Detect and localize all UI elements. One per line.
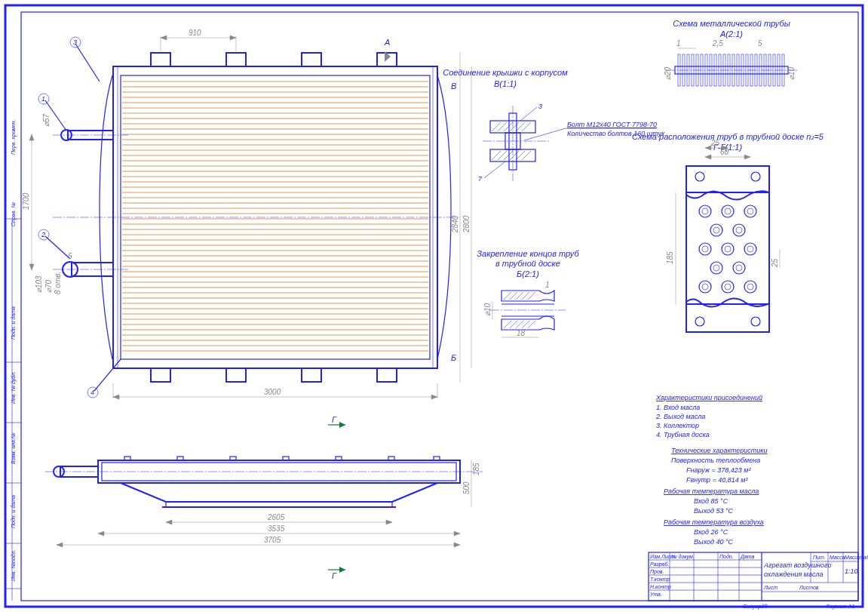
svg-line-170 bbox=[510, 122, 519, 131]
svg-text:Пров.: Пров. bbox=[650, 569, 664, 575]
svg-point-274 bbox=[747, 246, 753, 252]
svg-text:8 отв.: 8 отв. bbox=[54, 272, 62, 294]
svg-text:1:10: 1:10 bbox=[845, 567, 858, 575]
svg-rect-78 bbox=[377, 368, 397, 382]
svg-text:Поверхность теплообмена: Поверхность теплообмена bbox=[671, 457, 760, 464]
svg-line-198 bbox=[528, 292, 535, 300]
svg-line-175 bbox=[504, 151, 513, 160]
svg-text:Масса: Масса bbox=[830, 555, 845, 560]
svg-line-187 bbox=[524, 128, 566, 140]
svg-text:5: 5 bbox=[68, 252, 72, 260]
svg-text:3705: 3705 bbox=[264, 536, 281, 544]
svg-line-95 bbox=[94, 359, 121, 391]
svg-line-173 bbox=[492, 151, 501, 160]
svg-text:Рабочая температура воздуха: Рабочая температура воздуха bbox=[664, 518, 764, 526]
svg-text:185: 185 bbox=[666, 251, 674, 264]
svg-text:3535: 3535 bbox=[268, 524, 285, 533]
svg-text:Б: Б bbox=[451, 353, 456, 362]
svg-text:⌀10: ⌀10 bbox=[787, 66, 796, 80]
svg-point-255 bbox=[722, 205, 734, 217]
svg-text:Н.контр: Н.контр bbox=[650, 584, 671, 590]
svg-line-203 bbox=[528, 321, 535, 328]
svg-rect-76 bbox=[226, 368, 246, 382]
svg-text:Подп. и дата: Подп. и дата bbox=[11, 306, 16, 340]
svg-text:910: 910 bbox=[189, 29, 201, 37]
svg-rect-71 bbox=[151, 53, 170, 66]
svg-line-167 bbox=[492, 122, 501, 131]
svg-text:⌀20: ⌀20 bbox=[664, 66, 672, 80]
svg-marker-112 bbox=[431, 395, 437, 399]
svg-point-256 bbox=[744, 205, 756, 217]
detail-fin-tube: Схема металлической трубы А(2:1) bbox=[664, 19, 797, 86]
svg-line-178 bbox=[522, 151, 531, 160]
svg-text:Утв.: Утв. bbox=[649, 592, 662, 597]
svg-marker-111 bbox=[113, 395, 119, 399]
svg-marker-147 bbox=[454, 531, 460, 536]
svg-text:25: 25 bbox=[710, 139, 720, 147]
svg-text:Вход 85 °С: Вход 85 °С bbox=[694, 497, 728, 505]
svg-text:2: 2 bbox=[41, 231, 45, 238]
svg-point-270 bbox=[713, 227, 719, 233]
svg-line-185 bbox=[484, 161, 505, 178]
svg-marker-282 bbox=[744, 155, 750, 159]
svg-point-267 bbox=[702, 208, 708, 214]
svg-text:Разраб.: Разраб. bbox=[650, 561, 669, 567]
main-view: 3 1 2 4 А В Б 910 3000 1700 2840 2800 ⌀5… bbox=[22, 29, 471, 399]
svg-point-261 bbox=[744, 243, 756, 255]
svg-point-251 bbox=[751, 172, 760, 181]
svg-text:Схема расположения труб в труб: Схема расположения труб в трубной доске … bbox=[632, 132, 824, 141]
svg-text:Выход 40 °С: Выход 40 °С bbox=[694, 538, 734, 546]
notes-block: Характеристики присоединений 1. Вход мас… bbox=[655, 394, 768, 546]
svg-text:2,5: 2,5 bbox=[712, 39, 723, 48]
svg-text:Лист: Лист bbox=[763, 585, 778, 590]
svg-point-271 bbox=[736, 227, 742, 233]
drawing-canvas: Инв. №подл. Подп. и датаВзам. инв.№ Инв.… bbox=[0, 0, 868, 612]
svg-point-279 bbox=[747, 284, 753, 290]
svg-text:Fнаруж = 378,423 м²: Fнаруж = 378,423 м² bbox=[686, 466, 751, 474]
svg-text:В(1:1): В(1:1) bbox=[494, 79, 517, 88]
svg-text:1: 1 bbox=[41, 95, 45, 103]
svg-point-250 bbox=[695, 172, 704, 181]
format-label: Формат А1 bbox=[826, 604, 854, 610]
svg-text:1: 1 bbox=[545, 281, 550, 289]
svg-line-92 bbox=[45, 236, 70, 259]
svg-text:Листов: Листов bbox=[799, 585, 819, 590]
svg-text:Выход 53 °С: Выход 53 °С bbox=[694, 507, 734, 515]
svg-text:5: 5 bbox=[758, 39, 762, 48]
svg-text:А: А bbox=[384, 38, 390, 47]
svg-line-171 bbox=[516, 122, 525, 131]
svg-text:Схема металлической трубы: Схема металлической трубы bbox=[673, 19, 790, 28]
svg-text:Дата: Дата bbox=[740, 554, 755, 560]
svg-point-254 bbox=[699, 205, 711, 217]
svg-point-259 bbox=[699, 243, 711, 255]
svg-point-258 bbox=[733, 224, 745, 236]
svg-line-86 bbox=[75, 44, 100, 81]
svg-text:№ докум.: № докум. bbox=[671, 554, 695, 560]
svg-line-183 bbox=[520, 107, 537, 121]
svg-text:Характеристики присоединений: Характеристики присоединений bbox=[655, 394, 762, 401]
side-text1: Инв. №подл. bbox=[11, 549, 16, 581]
svg-text:Т.контр: Т.контр bbox=[650, 577, 670, 583]
svg-text:500: 500 bbox=[462, 481, 471, 494]
svg-line-200 bbox=[510, 321, 517, 328]
svg-text:2840: 2840 bbox=[451, 215, 459, 233]
svg-marker-162 bbox=[339, 567, 345, 573]
svg-text:Инв. № дубл.: Инв. № дубл. bbox=[11, 371, 17, 404]
svg-text:Болт М12х40 ГОСТ 7798-70: Болт М12х40 ГОСТ 7798-70 bbox=[567, 121, 657, 128]
svg-text:3000: 3000 bbox=[264, 388, 281, 396]
svg-point-266 bbox=[744, 281, 756, 293]
svg-marker-143 bbox=[166, 520, 172, 524]
svg-text:Вход 26 °С: Вход 26 °С bbox=[694, 528, 728, 536]
svg-text:Пит.: Пит. bbox=[813, 555, 826, 560]
svg-marker-144 bbox=[386, 520, 392, 524]
svg-text:1: 1 bbox=[676, 39, 681, 48]
svg-line-168 bbox=[498, 122, 507, 131]
signed-by: Силуорд® bbox=[743, 604, 768, 610]
svg-text:4. Трубная доска: 4. Трубная доска bbox=[656, 431, 710, 438]
svg-text:3. Коллектор: 3. Коллектор bbox=[656, 422, 699, 429]
svg-text:⌀57: ⌀57 bbox=[42, 113, 51, 127]
svg-line-177 bbox=[516, 151, 525, 160]
svg-marker-115 bbox=[29, 134, 34, 140]
svg-point-265 bbox=[722, 281, 734, 293]
svg-text:1. Вход масла: 1. Вход масла bbox=[656, 404, 700, 411]
